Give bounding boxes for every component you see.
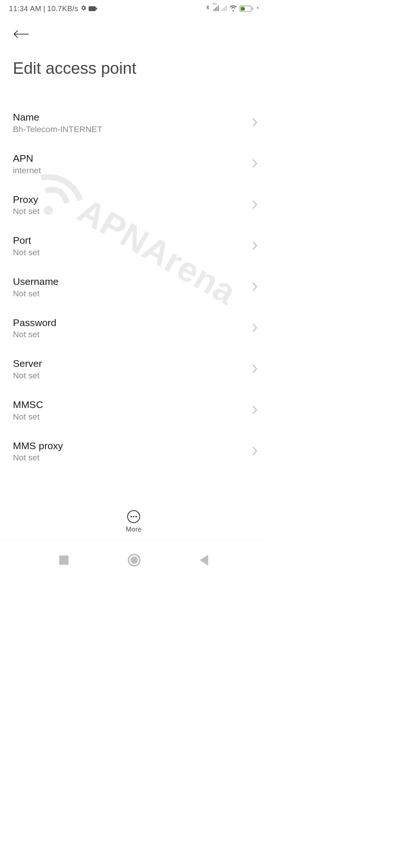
setting-label: Password bbox=[13, 317, 56, 328]
nav-back-button[interactable] bbox=[200, 555, 208, 565]
page-title: Edit access point bbox=[0, 40, 267, 78]
setting-item-proxy[interactable]: Proxy Not set bbox=[0, 184, 267, 226]
more-button[interactable]: More bbox=[126, 510, 142, 533]
setting-value: Not set bbox=[13, 453, 63, 463]
setting-item-server[interactable]: Server Not set bbox=[0, 349, 267, 390]
setting-label: MMS proxy bbox=[13, 440, 63, 451]
chevron-right-icon bbox=[251, 405, 258, 415]
setting-value: Not set bbox=[13, 289, 59, 298]
charging-icon bbox=[255, 5, 260, 12]
setting-item-mms-proxy[interactable]: MMS proxy Not set bbox=[0, 431, 267, 472]
chevron-right-icon bbox=[251, 241, 258, 251]
back-button[interactable] bbox=[13, 29, 267, 40]
status-data-rate: 10.7KB/s bbox=[47, 4, 78, 13]
status-bar-right: 4G 38 bbox=[205, 4, 260, 13]
setting-item-password[interactable]: Password Not set bbox=[0, 308, 267, 349]
status-bar: 11:34 AM | 10.7KB/s 4G 38 bbox=[0, 0, 267, 17]
navigation-bar bbox=[0, 542, 267, 579]
setting-value: Not set bbox=[13, 207, 40, 216]
camera-icon bbox=[89, 6, 96, 11]
setting-label: Port bbox=[13, 235, 40, 246]
chevron-right-icon bbox=[251, 200, 258, 210]
setting-label: Server bbox=[13, 358, 42, 369]
setting-value: Not set bbox=[13, 412, 43, 421]
setting-value: Bh-Telecom-INTERNET bbox=[13, 124, 102, 134]
setting-item-name[interactable]: Name Bh-Telecom-INTERNET bbox=[0, 102, 267, 144]
arrow-left-icon bbox=[13, 36, 29, 40]
setting-label: Username bbox=[13, 276, 59, 287]
nav-recent-button[interactable] bbox=[59, 555, 69, 565]
more-icon bbox=[127, 510, 140, 523]
chevron-right-icon bbox=[251, 158, 258, 169]
network-type-label: 4G bbox=[212, 2, 217, 6]
chevron-right-icon bbox=[251, 282, 258, 292]
chevron-right-icon bbox=[251, 364, 258, 375]
status-separator: | bbox=[43, 4, 45, 13]
setting-value: Not set bbox=[13, 330, 56, 339]
setting-item-mmsc[interactable]: MMSC Not set bbox=[0, 390, 267, 431]
setting-item-apn[interactable]: APN internet bbox=[0, 144, 267, 185]
setting-item-port[interactable]: Port Not set bbox=[0, 226, 267, 267]
setting-label: Proxy bbox=[13, 194, 40, 205]
gear-icon bbox=[80, 4, 87, 13]
cellular-signal-1-icon: 4G bbox=[213, 4, 219, 13]
setting-value: Not set bbox=[13, 371, 42, 380]
chevron-right-icon bbox=[251, 118, 258, 128]
settings-list: Name Bh-Telecom-INTERNET APN internet Pr… bbox=[0, 78, 267, 472]
setting-label: APN bbox=[13, 153, 41, 164]
setting-value: Not set bbox=[13, 247, 40, 257]
nav-home-button[interactable] bbox=[128, 554, 141, 567]
wifi-icon bbox=[229, 4, 237, 13]
bluetooth-icon bbox=[205, 4, 211, 13]
bottom-action-bar: More bbox=[0, 504, 267, 539]
chevron-right-icon bbox=[251, 446, 258, 457]
more-label: More bbox=[126, 525, 142, 533]
battery-icon: 38 bbox=[239, 6, 253, 11]
status-time: 11:34 AM bbox=[9, 4, 41, 13]
setting-item-username[interactable]: Username Not set bbox=[0, 267, 267, 308]
setting-value: internet bbox=[13, 165, 41, 175]
chevron-right-icon bbox=[251, 323, 258, 333]
setting-label: Name bbox=[13, 112, 102, 123]
setting-label: MMSC bbox=[13, 399, 43, 410]
cellular-signal-2-icon bbox=[221, 4, 227, 13]
status-bar-left: 11:34 AM | 10.7KB/s bbox=[9, 4, 96, 13]
battery-percent: 38 bbox=[241, 7, 245, 11]
